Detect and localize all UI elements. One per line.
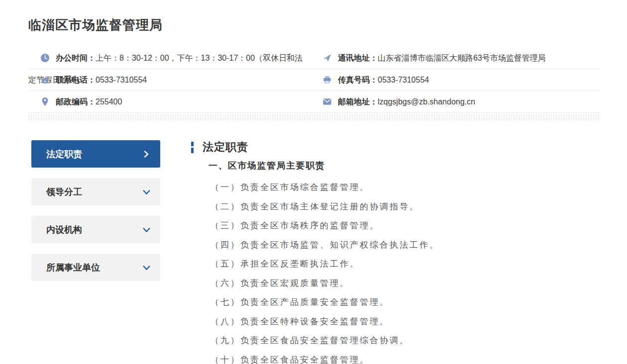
contact-email: 邮箱地址：lzqgsjbgs@zb.shandong.cn xyxy=(305,91,600,113)
content-header: 法定职责 xyxy=(191,141,600,154)
sidebar-item-label: 领导分工 xyxy=(46,186,82,198)
content-area: 法定职责 一、区市场监管局主要职责 （一）负责全区市场综合监督管理。 （二）负责… xyxy=(191,140,600,364)
contact-info-section: 办公时间：上午：8：30-12：00，下午：13：30-17：00（双休日和法定… xyxy=(28,47,600,113)
sidebar: 法定职责 领导分工 内设机构 所属事业单位 xyxy=(31,140,160,364)
duty-item: （八）负责全区特种设备安全监督管理。 xyxy=(210,312,600,332)
address-label: 通讯地址： xyxy=(338,54,378,62)
sidebar-item-legal-duties[interactable]: 法定职责 xyxy=(31,140,160,168)
page-title: 临淄区市场监督管理局 xyxy=(28,16,600,34)
duty-item: （三）负责全区市场秩序的监督管理。 xyxy=(210,216,600,236)
sidebar-item-label: 法定职责 xyxy=(46,148,82,160)
chevron-down-icon xyxy=(142,226,150,234)
address-value: 山东省淄博市临淄区大顺路63号市场监督管理局 xyxy=(378,54,546,62)
clock-icon xyxy=(40,49,50,59)
contact-office-hours: 办公时间：上午：8：30-12：00，下午：13：30-17：00（双休日和法定… xyxy=(28,47,305,69)
dashed-divider xyxy=(28,114,600,121)
contact-postal-code: 邮政编码：255400 xyxy=(28,91,305,113)
duty-item: （二）负责全区市场主体登记注册的协调指导。 xyxy=(210,197,600,217)
sidebar-item-leadership[interactable]: 领导分工 xyxy=(31,178,160,205)
fax-label: 传真号码： xyxy=(338,76,378,84)
duty-item: （十）负责全区食品安全监督管理。 xyxy=(210,351,600,364)
chevron-down-icon xyxy=(142,264,150,272)
send-icon xyxy=(322,49,332,59)
sidebar-item-label: 内设机构 xyxy=(46,224,82,236)
sidebar-item-affiliated-units[interactable]: 所属事业单位 xyxy=(31,254,160,281)
duty-item: （一）负责全区市场综合监督管理。 xyxy=(210,178,600,197)
email-value: lzqgsjbgs@zb.shandong.cn xyxy=(378,97,475,106)
contact-phone: 联系电话：0533-7310554 xyxy=(28,69,305,91)
postal-code-label: 邮政编码： xyxy=(56,97,96,106)
mail-icon xyxy=(322,93,332,102)
contact-address: 通讯地址：山东省淄博市临淄区大顺路63号市场监督管理局 xyxy=(305,47,600,69)
phone-icon xyxy=(40,71,50,81)
duty-item: （四）负责全区市场监管、知识产权综合执法工作。 xyxy=(210,236,600,255)
duties-list: （一）负责全区市场综合监督管理。 （二）负责全区市场主体登记注册的协调指导。 （… xyxy=(210,178,600,364)
duty-item: （七）负责全区产品质量安全监督管理。 xyxy=(210,293,600,312)
duty-item: （五）承担全区反垄断执法工作。 xyxy=(210,255,600,274)
office-hours-label: 办公时间： xyxy=(56,54,96,62)
contact-fax: 传真号码：0533-7310554 xyxy=(305,69,600,91)
email-label: 邮箱地址： xyxy=(338,97,378,106)
title-bar-icon xyxy=(191,142,194,153)
sidebar-item-label: 所属事业单位 xyxy=(46,262,100,273)
phone-label: 联系电话： xyxy=(56,76,96,84)
sidebar-item-internal-orgs[interactable]: 内设机构 xyxy=(31,216,160,243)
chevron-right-icon xyxy=(142,150,150,158)
page: 临淄区市场监督管理局 办公时间：上午：8：30-12：00，下午：13：30-1… xyxy=(0,16,627,364)
duty-item: （九）负责全区食品安全监督管理综合协调。 xyxy=(210,331,600,351)
postal-code-value: 255400 xyxy=(96,97,122,106)
fax-value: 0533-7310554 xyxy=(378,76,429,84)
chevron-down-icon xyxy=(142,188,150,196)
pin-icon xyxy=(40,93,50,102)
section-heading: 一、区市场监管局主要职责 xyxy=(209,160,600,172)
duty-item: （六）负责全区宏观质量管理。 xyxy=(210,274,600,293)
fax-icon xyxy=(322,71,332,81)
phone-value: 0533-7310554 xyxy=(96,76,147,84)
content-title: 法定职责 xyxy=(203,140,248,155)
